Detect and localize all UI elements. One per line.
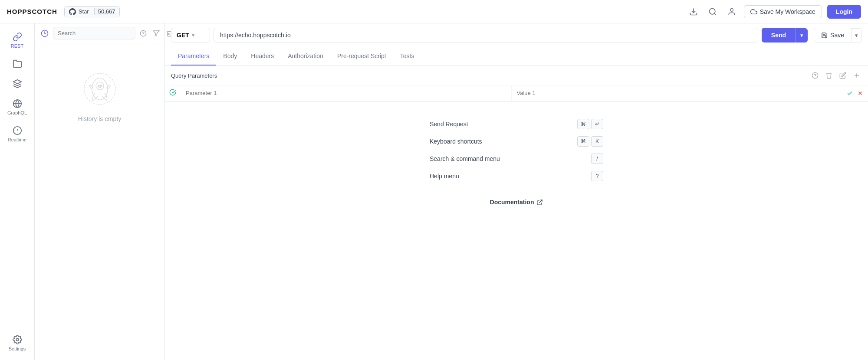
history-panel: History is empty [35, 23, 165, 360]
param-key-input[interactable] [181, 85, 512, 101]
layers-icon [13, 79, 22, 88]
sidebar-settings-label: Settings [9, 346, 26, 351]
floppy-icon [821, 32, 828, 39]
sidebar: REST GraphQL [0, 23, 35, 360]
external-link-icon [536, 199, 543, 206]
tab-tests[interactable]: Tests [393, 47, 421, 65]
send-dropdown-button[interactable]: ▾ [796, 28, 808, 43]
graphql-icon [13, 99, 22, 108]
method-select[interactable]: GET ▾ [171, 28, 210, 43]
login-button[interactable]: Login [827, 5, 861, 19]
params-actions [810, 70, 862, 81]
account-button[interactable] [725, 5, 739, 19]
svg-point-19 [100, 85, 102, 87]
tab-prerequest[interactable]: Pre-request Script [330, 47, 393, 65]
params-add-button[interactable] [852, 70, 862, 81]
folder-icon [13, 59, 22, 69]
shortcut-keys-search: / [591, 154, 603, 164]
empty-illustration [80, 69, 119, 108]
params-delete-button[interactable] [824, 70, 834, 81]
save-chevron-icon: ▾ [855, 32, 858, 39]
navbar-right: Save My Workspace Login [687, 5, 861, 19]
x-icon [857, 90, 863, 96]
shortcut-row-send: Send Request ⌘ ↵ [430, 119, 603, 129]
params-edit-button[interactable] [838, 70, 848, 81]
params-header: Query Parameters [165, 66, 868, 85]
shortcut-label-send: Send Request [430, 121, 468, 128]
key-question: ? [591, 171, 603, 181]
github-star-button[interactable]: Star 50,667 [64, 6, 120, 17]
svg-point-18 [98, 85, 99, 87]
download-button[interactable] [687, 5, 700, 19]
settings-icon [13, 335, 22, 344]
params-section: Query Parameters [165, 66, 868, 360]
shortcuts-grid: Send Request ⌘ ↵ Keyboard shortcuts ⌘ K [430, 119, 603, 181]
svg-point-17 [96, 82, 104, 90]
param-row-delete-button[interactable] [856, 89, 865, 98]
sidebar-item-rest[interactable]: REST [2, 28, 33, 53]
rest-icon [13, 32, 22, 42]
history-tab-button[interactable] [39, 28, 50, 39]
key-k: K [591, 136, 603, 147]
sidebar-rest-label: REST [11, 43, 23, 49]
send-button[interactable]: Send [762, 28, 796, 43]
svg-point-10 [16, 338, 19, 341]
save-button-group: Save ▾ [814, 28, 862, 43]
shortcut-row-search: Search & command menu / [430, 154, 603, 164]
method-chevron-icon: ▾ [192, 33, 194, 38]
save-button[interactable]: Save [814, 28, 852, 43]
save-workspace-button[interactable]: Save My Workspace [744, 5, 822, 18]
tabs-bar: Parameters Body Headers Authorization Pr… [165, 47, 868, 66]
tab-body[interactable]: Body [216, 47, 244, 65]
svg-line-26 [539, 200, 542, 203]
check-circle-icon [169, 89, 176, 96]
key-cmd-k: ⌘ [577, 136, 589, 147]
param-row-check-button[interactable] [845, 89, 854, 98]
star-count: 50,667 [94, 8, 115, 15]
tab-headers[interactable]: Headers [244, 47, 281, 65]
params-help-button[interactable] [810, 70, 820, 81]
history-filter-button[interactable] [151, 28, 161, 39]
svg-marker-4 [13, 80, 21, 84]
params-title: Query Parameters [171, 72, 217, 79]
tab-parameters[interactable]: Parameters [171, 47, 216, 65]
param-value-input[interactable] [512, 85, 842, 101]
svg-point-1 [709, 8, 715, 14]
svg-point-3 [730, 8, 733, 11]
realtime-icon [13, 126, 22, 135]
sidebar-item-collections[interactable] [2, 55, 33, 73]
request-area: GET ▾ Send ▾ Save [165, 23, 868, 360]
app-logo: HOPPSCOTCH [7, 8, 57, 15]
download-icon [689, 7, 698, 16]
table-row [165, 85, 868, 101]
shortcut-row-help: Help menu ? [430, 171, 603, 181]
history-header [35, 23, 164, 43]
tab-authorization[interactable]: Authorization [281, 47, 330, 65]
shortcut-keys-keyboard: ⌘ K [577, 136, 603, 147]
history-search-input[interactable] [53, 27, 135, 39]
shortcut-keys-help: ? [591, 171, 603, 181]
shortcut-label-help: Help menu [430, 173, 459, 180]
url-input[interactable] [214, 28, 758, 43]
sidebar-item-graphql[interactable]: GraphQL [2, 95, 33, 120]
save-dropdown-button[interactable]: ▾ [852, 28, 862, 43]
sidebar-item-settings[interactable]: Settings [2, 331, 33, 356]
sidebar-item-realtime[interactable]: Realtime [2, 121, 33, 147]
main-layout: REST GraphQL [0, 23, 868, 360]
sidebar-item-environments[interactable] [2, 75, 33, 93]
edit-icon [839, 72, 846, 79]
key-enter: ↵ [591, 119, 603, 129]
search-button[interactable] [706, 5, 720, 19]
documentation-link[interactable]: Documentation [490, 199, 543, 206]
shortcut-label-search: Search & command menu [430, 155, 500, 162]
filter-icon [153, 30, 160, 37]
sidebar-graphql-label: GraphQL [7, 110, 27, 115]
param-checkbox [165, 89, 181, 98]
history-help-button[interactable] [138, 28, 148, 39]
param-row-actions [842, 89, 868, 98]
history-icon [41, 29, 49, 37]
navbar-left: HOPPSCOTCH Star 50,667 [7, 6, 120, 17]
key-cmd: ⌘ [577, 119, 589, 129]
history-empty-text: History is empty [78, 115, 122, 122]
method-label: GET [177, 32, 189, 39]
